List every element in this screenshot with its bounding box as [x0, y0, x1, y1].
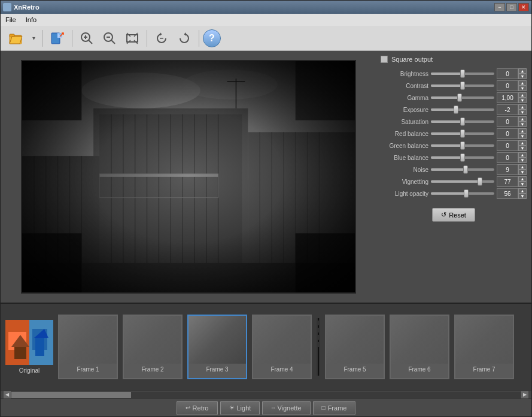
- close-button[interactable]: ✕: [518, 3, 529, 11]
- slider-track-7[interactable]: [431, 156, 494, 159]
- slider-thumb-3[interactable]: [454, 105, 458, 114]
- slider-up-btn-9[interactable]: ▲: [518, 176, 527, 182]
- light-tab-icon: ☀: [229, 404, 235, 411]
- frame-thumb-1[interactable]: Frame 1: [58, 315, 118, 379]
- light-tab-label: Light: [237, 404, 251, 412]
- slider-track-8[interactable]: [431, 168, 494, 171]
- vignette-tab-label: Vignette: [277, 404, 301, 412]
- svg-rect-50: [22, 263, 355, 292]
- slider-up-btn-0[interactable]: ▲: [518, 68, 527, 74]
- vignette-tab-icon: ○: [271, 404, 275, 411]
- slider-track-2[interactable]: [431, 96, 494, 99]
- slider-fill-9: [431, 180, 480, 183]
- slider-label-5: Red balance: [381, 131, 428, 137]
- scroll-thumb[interactable]: [11, 392, 131, 398]
- zoom-fit-button[interactable]: [121, 28, 143, 49]
- menu-file[interactable]: File: [3, 15, 19, 25]
- frame-label-1: Frame 1: [77, 366, 99, 373]
- slider-up-btn-8[interactable]: ▲: [518, 164, 527, 170]
- slider-up-btn-3[interactable]: ▲: [518, 104, 527, 110]
- slider-thumb-6[interactable]: [460, 141, 465, 150]
- slider-track-9[interactable]: [431, 180, 494, 183]
- slider-label-3: Exposure: [381, 107, 428, 113]
- original-thumbnail[interactable]: Original: [5, 320, 53, 374]
- slider-value-9: 77: [497, 176, 518, 187]
- frame-image-2: [124, 316, 181, 364]
- separator-2: [72, 30, 72, 47]
- frame-thumb-4[interactable]: Frame 4: [252, 315, 312, 379]
- slider-down-btn-0[interactable]: ▼: [518, 74, 527, 79]
- menu-info[interactable]: Info: [23, 15, 39, 25]
- frame-thumb-6[interactable]: Frame 6: [390, 315, 449, 379]
- slider-up-btn-4[interactable]: ▲: [518, 116, 527, 122]
- slider-track-3[interactable]: [431, 108, 494, 111]
- tab-light[interactable]: ☀Light: [220, 401, 260, 415]
- slider-track-10[interactable]: [431, 192, 494, 195]
- square-output-row: Square output: [381, 56, 527, 63]
- slider-thumb-4[interactable]: [460, 117, 465, 126]
- frame-thumb-7[interactable]: Frame 7: [454, 315, 514, 379]
- slider-track-6[interactable]: [431, 144, 494, 147]
- slider-down-btn-2[interactable]: ▼: [518, 98, 527, 103]
- slider-track-1[interactable]: [431, 84, 494, 87]
- slider-down-btn-10[interactable]: ▼: [518, 194, 527, 199]
- help-button[interactable]: ?: [203, 29, 221, 47]
- slider-up-btn-6[interactable]: ▲: [518, 140, 527, 146]
- slider-row-noise: Noise9▲▼: [381, 164, 527, 176]
- zoom-out-button[interactable]: [99, 28, 120, 49]
- slider-down-btn-9[interactable]: ▼: [518, 182, 527, 187]
- slider-up-btn-2[interactable]: ▲: [518, 92, 527, 98]
- tab-vignette[interactable]: ○Vignette: [262, 401, 310, 415]
- slider-thumb-10[interactable]: [464, 189, 469, 198]
- rotate-right-button[interactable]: [174, 28, 195, 49]
- slider-thumb-5[interactable]: [460, 129, 465, 138]
- slider-down-btn-8[interactable]: ▼: [518, 170, 527, 175]
- image-area: [1, 51, 376, 303]
- slider-down-btn-5[interactable]: ▼: [518, 134, 527, 139]
- frame-thumb-5[interactable]: Frame 5: [325, 315, 385, 379]
- slider-track-4[interactable]: [431, 120, 494, 123]
- square-output-checkbox[interactable]: [381, 56, 388, 63]
- frame-thumb-3[interactable]: Frame 3: [187, 315, 247, 379]
- svg-rect-59: [295, 233, 354, 292]
- slider-down-btn-3[interactable]: ▼: [518, 110, 527, 115]
- slider-thumb-1[interactable]: [460, 81, 465, 90]
- open-button[interactable]: [5, 28, 27, 49]
- scroll-right-button[interactable]: ▶: [521, 391, 529, 399]
- export-button[interactable]: [47, 28, 68, 49]
- tab-retro[interactable]: ↩Retro: [177, 401, 218, 415]
- reset-button[interactable]: ↺ Reset: [432, 208, 475, 222]
- frames-container: Frame 1Frame 2Frame 3Frame 4Frame 5Frame…: [58, 315, 514, 379]
- slider-down-btn-7[interactable]: ▼: [518, 158, 527, 163]
- scroll-left-button[interactable]: ◀: [3, 391, 11, 399]
- slider-thumb-9[interactable]: [478, 177, 482, 186]
- slider-down-btn-6[interactable]: ▼: [518, 146, 527, 151]
- slider-up-btn-5[interactable]: ▲: [518, 128, 527, 134]
- zoom-in-button[interactable]: [76, 28, 98, 49]
- slider-value-2: 1,00: [497, 92, 518, 103]
- tab-frame[interactable]: □Frame: [313, 401, 356, 415]
- slider-thumb-8[interactable]: [463, 165, 468, 174]
- minimize-button[interactable]: −: [494, 3, 505, 11]
- slider-track-5[interactable]: [431, 132, 494, 135]
- slider-up-btn-7[interactable]: ▲: [518, 152, 527, 158]
- slider-down-btn-4[interactable]: ▼: [518, 122, 527, 127]
- slider-up-btn-10[interactable]: ▲: [518, 188, 527, 194]
- slider-track-0[interactable]: [431, 72, 494, 75]
- slider-down-btn-1[interactable]: ▼: [518, 86, 527, 91]
- svg-rect-23: [93, 108, 248, 275]
- slider-fill-0: [431, 72, 463, 75]
- slider-value-7: 0: [497, 152, 518, 163]
- open-dropdown-button[interactable]: ▾: [28, 28, 39, 49]
- frame-thumb-2[interactable]: Frame 2: [123, 315, 183, 379]
- reset-icon: ↺: [441, 211, 446, 219]
- frame-tab-label: Frame: [328, 404, 347, 412]
- maximize-button[interactable]: □: [506, 3, 517, 11]
- slider-label-4: Saturation: [381, 119, 428, 125]
- rotate-left-button[interactable]: [151, 28, 172, 49]
- slider-up-btn-1[interactable]: ▲: [518, 80, 527, 86]
- slider-thumb-2[interactable]: [457, 93, 462, 102]
- slider-fill-6: [431, 144, 463, 147]
- slider-thumb-7[interactable]: [460, 153, 465, 162]
- slider-thumb-0[interactable]: [460, 70, 465, 78]
